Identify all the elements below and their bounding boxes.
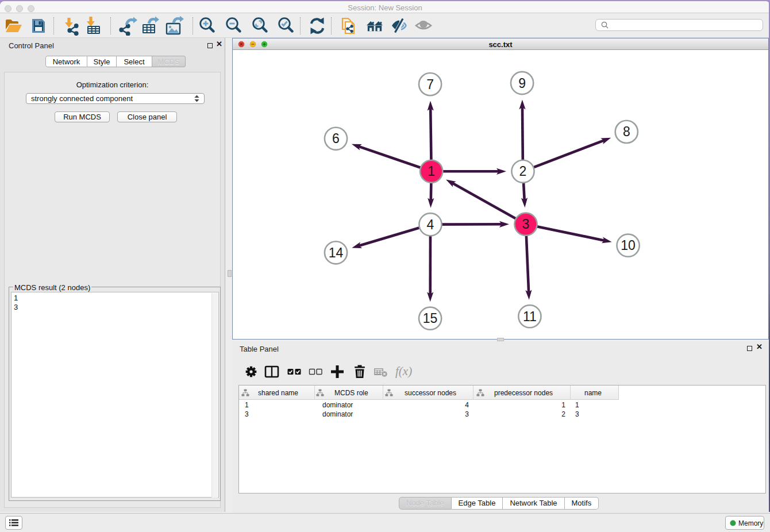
svg-text:7: 7 — [426, 77, 434, 92]
svg-text:2: 2 — [519, 164, 527, 179]
svg-text:4: 4 — [427, 217, 434, 232]
svg-text:14: 14 — [329, 245, 344, 260]
svg-text:10: 10 — [621, 238, 636, 253]
svg-text:3: 3 — [522, 217, 530, 232]
svg-text:1: 1 — [428, 164, 435, 179]
svg-text:6: 6 — [332, 131, 340, 146]
svg-text:8: 8 — [623, 124, 630, 139]
svg-text:15: 15 — [423, 311, 438, 326]
svg-text:11: 11 — [523, 309, 537, 324]
svg-text:9: 9 — [518, 76, 526, 91]
